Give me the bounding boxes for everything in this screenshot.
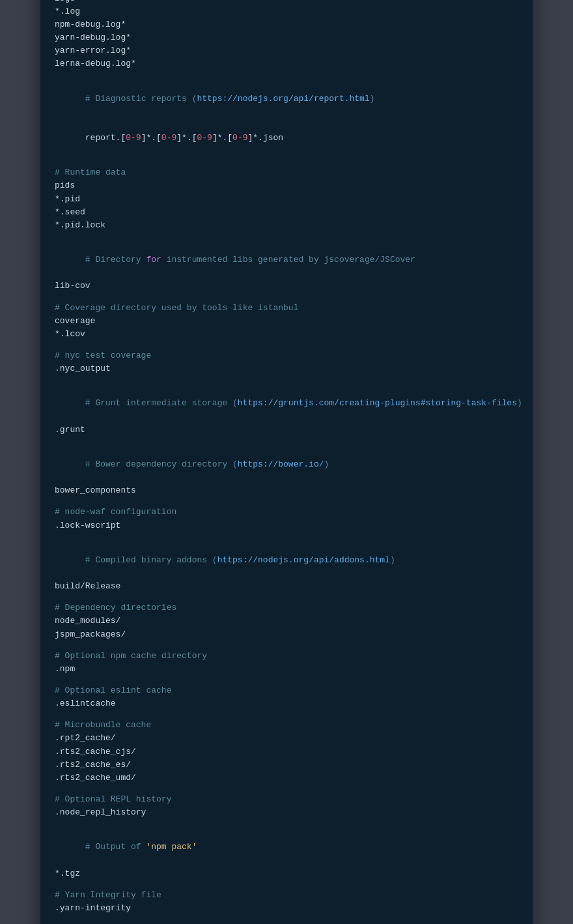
line-build-release: build/Release xyxy=(55,580,518,593)
comment-coverage: # Coverage directory used by tools like … xyxy=(55,302,518,315)
line-npm: .npm xyxy=(55,663,518,676)
line-bower-components: bower_components xyxy=(55,484,518,497)
comment-npm-pack: # Output of 'npm pack' xyxy=(55,828,518,867)
comment-dependency: # Dependency directories xyxy=(55,601,518,614)
line-npm-debug: npm-debug.log* xyxy=(55,18,518,31)
comment-bower: # Bower dependency directory (https://bo… xyxy=(55,445,518,484)
line-rts2-cache-cjs: .rts2_cache_cjs/ xyxy=(55,745,518,758)
line-pid-lock: *.pid.lock xyxy=(55,219,518,232)
line-yarn-debug: yarn-debug.log* xyxy=(55,31,518,44)
comment-repl: # Optional REPL history xyxy=(55,793,518,806)
line-jspm-packages: jspm_packages/ xyxy=(55,628,518,641)
line-coverage: coverage xyxy=(55,315,518,328)
terminal-window: # Logs logs *.log npm-debug.log* yarn-de… xyxy=(40,0,533,924)
comment-eslint: # Optional eslint cache xyxy=(55,684,518,697)
line-logs: logs xyxy=(55,0,518,5)
comment-node-waf: # node-waf configuration xyxy=(55,506,518,519)
comment-grunt: # Grunt intermediate storage (https://gr… xyxy=(55,384,518,423)
comment-diagnostic: # Diagnostic reports (https://nodejs.org… xyxy=(55,79,518,118)
line-report: report.[0-9]*.[0-9]*.[0-9]*.[0-9]*.json xyxy=(55,119,518,158)
comment-compiled: # Compiled binary addons (https://nodejs… xyxy=(55,541,518,580)
line-grunt: .grunt xyxy=(55,424,518,437)
line-eslintcache: .eslintcache xyxy=(55,697,518,710)
line-node-repl-history: .node_repl_history xyxy=(55,806,518,819)
comment-directory: # Directory for instrumented libs genera… xyxy=(55,240,518,280)
line-seed: *.seed xyxy=(55,206,518,219)
line-lib-cov: lib-cov xyxy=(55,280,518,293)
line-lerna-debug: lerna-debug.log* xyxy=(55,57,518,70)
line-tgz: *.tgz xyxy=(55,867,518,880)
comment-nyc: # nyc test coverage xyxy=(55,349,518,362)
line-lock-wscript: .lock-wscript xyxy=(55,519,518,532)
line-rts2-cache-es: .rts2_cache_es/ xyxy=(55,758,518,772)
line-rpt2-cache: .rpt2_cache/ xyxy=(55,732,518,745)
line-lcov: *.lcov xyxy=(55,328,518,341)
line-node-modules: node_modules/ xyxy=(55,614,518,628)
comment-yarn-integrity: # Yarn Integrity file xyxy=(55,889,518,902)
line-pids: pids xyxy=(55,179,518,192)
line-yarn-error: yarn-error.log* xyxy=(55,44,518,57)
terminal-content: # Logs logs *.log npm-debug.log* yarn-de… xyxy=(40,0,533,924)
comment-runtime: # Runtime data xyxy=(55,166,518,179)
line-yarn-integrity: .yarn-integrity xyxy=(55,902,518,915)
line-log-wildcard: *.log xyxy=(55,5,518,18)
comment-npm-cache: # Optional npm cache directory xyxy=(55,650,518,663)
line-rts2-cache-umd: .rts2_cache_umd/ xyxy=(55,772,518,785)
comment-microbundle: # Microbundle cache xyxy=(55,719,518,732)
line-nyc-output: .nyc_output xyxy=(55,362,518,375)
line-pid: *.pid xyxy=(55,193,518,206)
